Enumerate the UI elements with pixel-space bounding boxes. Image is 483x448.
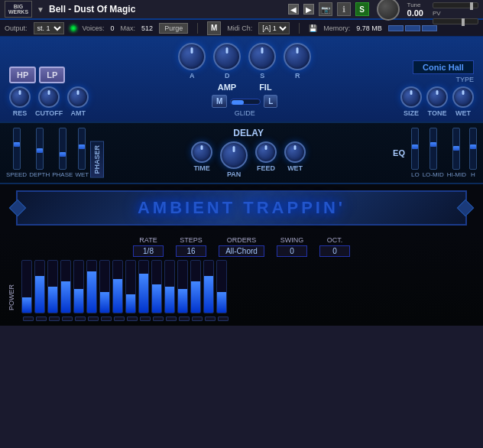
banner-container: AMBIENT TRAPPIN' <box>16 190 467 226</box>
himid-slider[interactable] <box>452 128 460 170</box>
speed-label: SPEED <box>6 171 27 178</box>
s-knob[interactable] <box>248 43 276 70</box>
phase-slider-group: PHASE <box>52 128 73 178</box>
arp-slider-11[interactable] <box>151 260 162 313</box>
dot-10 <box>140 317 151 321</box>
delay-knobs: TIME PAN FEED WET <box>191 141 306 178</box>
swing-value[interactable]: 0 <box>277 245 307 257</box>
arp-slider-6[interactable] <box>86 260 97 313</box>
arp-slider-8[interactable] <box>112 260 123 313</box>
info-icon[interactable]: ℹ <box>337 2 351 16</box>
phaser-sliders-section: SPEED DEPTH PHASE <box>6 128 104 178</box>
banner-text: AMBIENT TRAPPIN' <box>138 198 345 218</box>
oct-control: OCT. 0 <box>319 236 350 257</box>
arp-slider-1[interactable] <box>21 260 32 313</box>
r-knob[interactable] <box>284 43 311 70</box>
amp-fil-labels: AMP FIL <box>218 83 272 92</box>
delay-time-group: TIME <box>191 141 212 178</box>
speed-slider-group: SPEED <box>6 128 27 178</box>
cutoff-label: CUTOFF <box>35 109 63 117</box>
depth-slider[interactable] <box>36 128 44 170</box>
wet-knob[interactable] <box>452 86 474 108</box>
arp-section: RATE 1/8 STEPS 16 ORDERS All-Chord SWING… <box>0 232 483 326</box>
pv-slider[interactable] <box>433 18 478 24</box>
h-slider[interactable] <box>469 128 477 170</box>
dot-2 <box>36 317 47 321</box>
hp-button[interactable]: HP <box>9 67 36 83</box>
delay-wet-knob[interactable] <box>284 141 306 163</box>
delay-time-knob[interactable] <box>191 141 212 163</box>
amt-label: AMT <box>71 109 86 117</box>
dot-11 <box>153 317 164 321</box>
phaser-wet-slider[interactable] <box>78 128 86 170</box>
led-indicator <box>70 25 76 31</box>
dot-7 <box>101 317 112 321</box>
depth-slider-group: DEPTH <box>29 128 50 178</box>
arp-slider-15[interactable] <box>203 260 214 313</box>
output-label: Output: <box>5 24 28 32</box>
arp-slider-10[interactable] <box>138 260 149 313</box>
cutoff-knob[interactable] <box>38 86 60 108</box>
midi-select[interactable]: [A] 1 <box>258 22 290 34</box>
lp-button[interactable]: LP <box>39 67 65 83</box>
a-knob-group: A <box>178 43 206 80</box>
arp-controls-row: RATE 1/8 STEPS 16 ORDERS All-Chord SWING… <box>6 235 477 258</box>
lo-slider[interactable] <box>411 128 419 170</box>
arp-slider-12[interactable] <box>164 260 175 313</box>
d-knob[interactable] <box>213 43 241 70</box>
size-knob[interactable] <box>400 86 422 108</box>
tune-knob[interactable] <box>377 0 400 21</box>
lomid-slider[interactable] <box>430 128 437 170</box>
aux-label: AUX <box>433 0 478 1</box>
banner-diamond-left <box>9 200 27 217</box>
camera-icon[interactable]: 📷 <box>319 2 332 16</box>
himid-slider-group: HI-MID <box>447 128 466 178</box>
menu-arrow-icon[interactable]: ▼ <box>37 5 44 14</box>
dot-1 <box>23 317 34 321</box>
arp-slider-14[interactable] <box>190 260 201 313</box>
oct-value[interactable]: 0 <box>319 245 350 257</box>
lo-label: LO <box>411 171 420 178</box>
header-strip-1: BIG WERKS ▼ Bell - Dust Of Magic ◀ ▶ 📷 ℹ… <box>0 0 483 20</box>
arp-slider-9[interactable] <box>125 260 136 313</box>
delay-pan-label: PAN <box>227 170 241 178</box>
tone-knob[interactable] <box>426 86 448 108</box>
arp-sliders-section: POWER <box>6 258 477 315</box>
arp-slider-13[interactable] <box>177 260 188 313</box>
eq-label: EQ <box>393 148 405 157</box>
m-glide-button[interactable]: M <box>212 95 227 108</box>
dot-5 <box>75 317 86 321</box>
speed-slider[interactable] <box>13 128 21 170</box>
pv-label: PV <box>433 10 478 17</box>
steps-value[interactable]: 16 <box>176 245 206 257</box>
arp-slider-3[interactable] <box>47 260 58 313</box>
aux-slider[interactable] <box>433 2 478 8</box>
delay-pan-knob[interactable] <box>220 141 248 169</box>
res-knob[interactable] <box>9 86 31 108</box>
lomid-slider-group: LO-MID <box>423 128 444 178</box>
dot-16 <box>218 317 229 321</box>
purge-button[interactable]: Purge <box>159 23 188 34</box>
delay-section: DELAY TIME PAN FEED WET <box>109 128 388 178</box>
s-button[interactable]: S <box>355 2 369 16</box>
arp-slider-16[interactable] <box>216 260 227 313</box>
orders-value[interactable]: All-Chord <box>219 245 264 257</box>
phase-slider[interactable] <box>59 128 66 170</box>
rate-value[interactable]: 1/8 <box>133 245 164 257</box>
l-glide-button[interactable]: L <box>264 95 277 108</box>
m-button[interactable]: M <box>207 21 221 35</box>
a-label: A <box>190 72 195 80</box>
a-knob[interactable] <box>178 43 206 70</box>
glide-slider[interactable] <box>230 99 261 105</box>
next-preset-button[interactable]: ▶ <box>303 4 314 15</box>
prev-preset-button[interactable]: ◀ <box>288 4 299 15</box>
delay-feed-knob[interactable] <box>255 141 277 163</box>
adsr-section: A D S R AMP <box>95 43 394 117</box>
output-select[interactable]: st. 1 <box>34 22 64 34</box>
arp-slider-5[interactable] <box>73 260 84 313</box>
d-label: D <box>225 72 230 80</box>
arp-slider-7[interactable] <box>99 260 110 313</box>
arp-slider-2[interactable] <box>34 260 45 313</box>
amt-knob[interactable] <box>67 86 89 108</box>
arp-slider-4[interactable] <box>60 260 71 313</box>
